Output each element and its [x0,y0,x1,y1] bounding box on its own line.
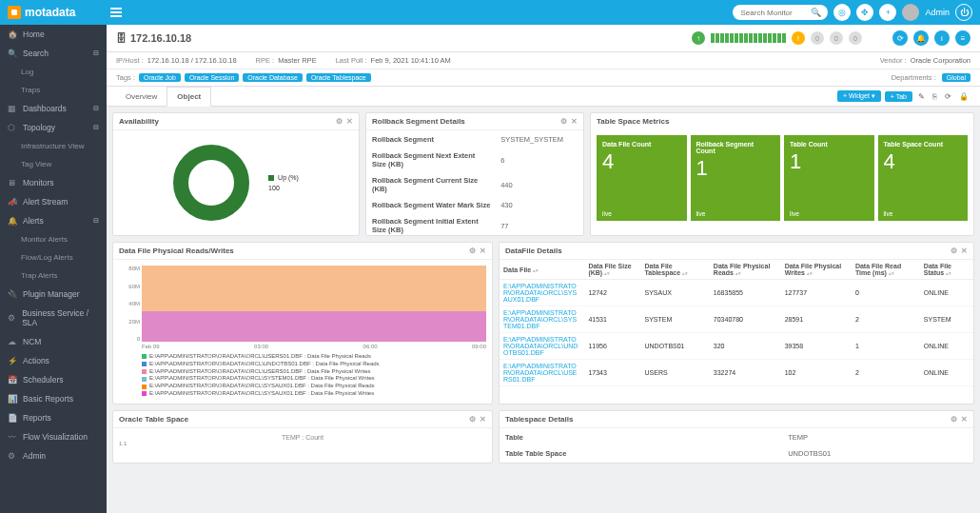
close-icon[interactable]: ✕ [480,415,486,424]
search-icon[interactable]: 🔍 [811,8,821,17]
rw-chart: 80M60M40M20M0 [142,266,486,342]
ncm-icon: ☁ [8,337,17,346]
sidebar-item-admin[interactable]: ⚙Admin [0,446,107,465]
copy-icon[interactable]: ⎘ [931,92,939,101]
panel-rw-chart: Data File Physical Reads/Writes⚙✕ 80M60M… [112,242,493,404]
panel-rollback: Rollback Segment Details⚙✕ Rollback Segm… [365,112,584,236]
tag[interactable]: Oracle Tablespace [306,73,371,82]
col-header[interactable]: Data File Physical Writes▴▾ [781,260,852,280]
close-icon[interactable]: ✕ [346,117,353,126]
user-avatar[interactable] [902,4,919,21]
sidebar-sub-trap-alerts[interactable]: Trap Alerts [0,266,107,285]
col-header[interactable]: Data File Status▴▾ [920,260,973,280]
bell-button[interactable]: 🔔 [913,30,929,46]
gear-icon[interactable]: ⚙ [951,415,957,424]
badge-1[interactable]: 0 [811,31,824,45]
legend-swatch [142,362,147,366]
sidebar-item-home[interactable]: 🏠Home [0,25,107,44]
grid-icon: ▦ [8,104,17,113]
sidebar-item-reports[interactable]: 📄Reports [0,408,107,427]
gear-icon[interactable]: ⚙ [336,117,343,126]
gear-icon[interactable]: ⚙ [951,247,957,255]
col-header[interactable]: Data File▴▾ [500,260,584,280]
sidebar-sub-monitor-alerts[interactable]: Monitor Alerts [0,230,107,248]
table-row: E:\APP\ADMINISTRATOR\ORADATA\ORCL\USERS0… [500,360,973,386]
sidebar-item-alerts[interactable]: 🔔Alerts⊟ [0,211,107,230]
info-button[interactable]: i [934,30,950,46]
menu-button[interactable]: ≡ [955,30,970,46]
legend-swatch [142,391,147,396]
table-row: Rollback SegmentSYSTEM_SYSTEM [368,132,581,147]
badge-3[interactable]: 0 [849,31,862,45]
metric-card[interactable]: Table Count1live [784,135,874,221]
sidebar-item-dashboards[interactable]: ▦Dashboards⊟ [0,99,107,118]
move-button[interactable]: ✥ [856,4,873,21]
report2-icon: 📄 [8,413,17,423]
sidebar-item-basic-reports[interactable]: 📊Basic Reports [0,389,107,408]
sidebar-item-business-service-sla[interactable]: ⚙Business Service / SLA [0,304,107,332]
gear-icon[interactable]: ⚙ [469,247,476,255]
tag[interactable]: Oracle Database [243,73,303,82]
sidebar-item-topology[interactable]: ⬡Topology⊟ [0,118,107,137]
add-tab-button[interactable]: + Tab [885,91,912,102]
table-row: Rollback Segment Next Extent Size (KB)6 [368,148,581,171]
sidebar-item-actions[interactable]: ⚡Actions [0,351,107,370]
menu-toggle[interactable] [107,8,126,17]
search-input[interactable] [740,9,807,17]
chevron-icon: ⊟ [93,124,99,131]
gear-icon[interactable]: ⚙ [560,117,567,126]
close-icon[interactable]: ✕ [961,415,968,424]
sidebar-item-alert-stream[interactable]: 📣Alert Stream [0,192,107,211]
power-button[interactable]: ⏻ [955,4,972,21]
bell-icon: 🔔 [8,216,17,226]
tag[interactable]: Oracle Session [185,73,239,82]
chevron-icon: ⊟ [93,217,99,225]
table-row: E:\APP\ADMINISTRATOR\ORADATA\ORCL\UNDOTB… [500,333,973,360]
dept-tag[interactable]: Global [942,73,970,82]
tab-overview[interactable]: Overview [116,88,167,106]
add-widget-button[interactable]: + Widget ▾ [837,90,881,102]
sidebar-sub-tag-view[interactable]: Tag View [0,155,107,173]
refresh-icon[interactable]: ⟳ [943,92,953,101]
sidebar-item-ncm[interactable]: ☁NCM [0,332,107,351]
col-header[interactable]: Data File Read Time (ms)▴▾ [852,260,920,280]
sidebar-sub-infrastructure-view[interactable]: Infrastructure View [0,137,107,155]
user-name[interactable]: Admin [925,8,950,17]
sidebar-sub-log[interactable]: Log [0,63,107,81]
sidebar-item-plugin-manager[interactable]: 🔌Plugin Manager [0,285,107,304]
metric-card[interactable]: Rollback Segment Count1live [691,135,781,221]
sidebar-sub-flow-log-alerts[interactable]: Flow/Log Alerts [0,248,107,266]
sidebar-item-flow-visualization[interactable]: 〰Flow Visualization [0,427,107,446]
report-icon: 📊 [8,394,17,404]
edit-icon[interactable]: ✎ [916,92,927,101]
table-row: Rollback Segment Water Mark Size430 [368,198,581,212]
sidebar-item-monitors[interactable]: 🖥Monitors [0,173,107,192]
plus-button[interactable]: + [879,4,896,21]
gear-icon[interactable]: ⚙ [469,415,476,424]
legend-swatch [142,369,147,374]
brand-logo[interactable]: motadata [8,6,107,19]
lock-icon[interactable]: 🔒 [957,92,970,101]
refresh-button[interactable]: ⟳ [892,30,908,46]
search-box[interactable]: 🔍 [733,5,828,20]
metric-card[interactable]: Data File Count4live [597,135,687,221]
close-icon[interactable]: ✕ [571,117,578,126]
sidebar-item-search[interactable]: 🔍Search⊟ [0,44,107,63]
badge-2[interactable]: 0 [830,31,843,45]
hamburger-icon [110,11,122,13]
sidebar-item-schedulers[interactable]: 📅Schedulers [0,370,107,389]
close-icon[interactable]: ✕ [480,247,486,255]
close-icon[interactable]: ✕ [961,247,968,255]
col-header[interactable]: Data File Physical Reads▴▾ [710,260,781,280]
col-header[interactable]: Data File Tablespace▴▾ [641,260,710,280]
col-header[interactable]: Data File Size (KB)▴▾ [584,260,640,280]
table-row: E:\APP\ADMINISTRATOR\ORADATA\ORCL\SYSAUX… [500,280,973,306]
target-button[interactable]: ◎ [833,4,851,21]
panel-availability: Availability⚙✕ Up (%) 100 [112,112,360,236]
metric-card[interactable]: Table Space Count4live [878,135,969,221]
tab-object[interactable]: Object [167,87,211,107]
home-icon: 🏠 [8,30,17,39]
tag[interactable]: Oracle Job [139,73,181,82]
sidebar-sub-traps[interactable]: Traps [0,81,107,99]
badge-warn[interactable]: ! [792,31,805,45]
